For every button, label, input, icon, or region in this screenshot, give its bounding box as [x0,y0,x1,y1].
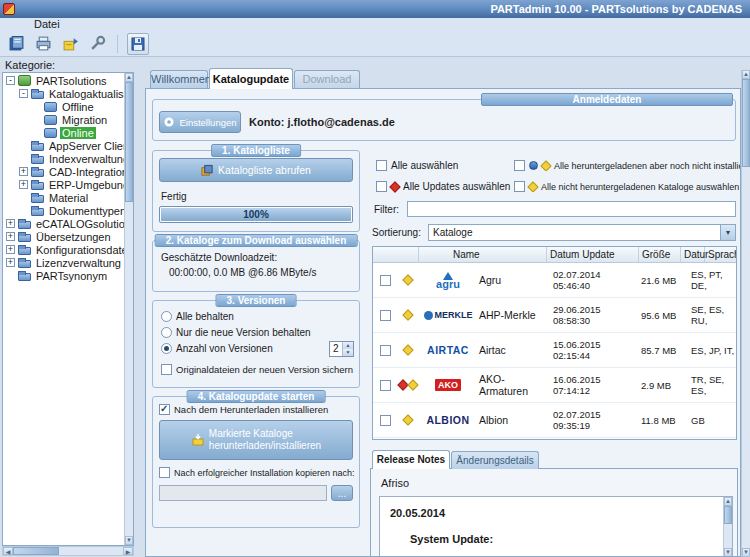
package-install-button[interactable] [59,33,81,55]
checkbox-originaldateien[interactable]: Originaldateien der neuen Version sicher… [161,364,353,375]
catalog-book-button[interactable] [5,33,27,55]
katalogliste-abrufen-button[interactable]: Katalogliste abrufen [159,158,353,182]
collapse-icon[interactable]: - [6,76,15,85]
main-vertical-scrollbar[interactable]: ▲ ▼ [741,70,750,557]
tab-willkommen[interactable]: Willkommen [150,70,208,88]
checkbox-icon[interactable] [376,160,387,171]
scroll-left-icon[interactable]: ◀ [3,547,13,555]
scroll-thumb[interactable] [742,79,750,167]
tree-item-konfigurationsdateien[interactable]: +Konfigurationsdateien [3,243,124,256]
checkbox-heruntergeladen-nicht-installiert[interactable]: Alle heruntergeladenen aber noch nicht i… [514,160,740,171]
scroll-track[interactable] [125,202,133,536]
herunterladen-installieren-button[interactable]: Markierte Kataloge herunterladen/install… [159,420,353,460]
kopieren-pfad-field[interactable] [159,485,327,501]
tree-item-dokumenttypen[interactable]: Dokumenttypen [3,204,124,217]
checkbox-alle-updates[interactable]: Alle Updates auswählen [376,181,510,192]
menu-datei[interactable]: Datei [28,18,66,31]
scroll-up-icon[interactable]: ▲ [742,70,750,79]
tree-item-indexverwaltung[interactable]: Indexverwaltung [3,152,124,165]
tree-item-katalogaktualisierung[interactable]: -Katalogaktualisierung [3,87,124,100]
scroll-thumb[interactable] [13,547,59,555]
expand-icon[interactable]: + [6,258,15,267]
radio-anzahl-versionen[interactable]: Anzahl von Versionen [161,343,273,354]
checkbox-icon[interactable] [159,404,170,415]
header-datum2[interactable]: Datur [681,247,705,262]
expand-icon[interactable]: + [6,219,15,228]
checkbox-icon[interactable] [161,364,172,375]
checkbox-icon[interactable] [514,160,525,171]
expand-icon[interactable]: + [19,180,28,189]
radio-icon[interactable] [161,343,172,354]
stepper-down-icon[interactable]: ▼ [342,349,353,356]
header-datum-update[interactable]: Datum Update [547,247,639,262]
sortierung-select[interactable]: Kataloge ▼ [428,224,736,241]
row-checkbox[interactable] [380,380,391,391]
expand-icon[interactable]: + [6,232,15,241]
tab-katalogupdate[interactable]: Katalogupdate [209,68,293,89]
printer-button[interactable] [32,33,54,55]
catalog-row-ahp-merkle[interactable]: MERKLEAHP-Merkle29.06.2015 08:58:3095.6 … [373,298,736,333]
tree-vertical-scrollbar[interactable]: ▲ ▼ [124,73,133,545]
catalog-row-agru[interactable]: agruAgru02.07.2014 05:46:4021.6 MBES, PT… [373,263,736,298]
filter-input[interactable] [407,201,736,217]
header-sprache[interactable]: Sprache [705,247,737,262]
scroll-right-icon[interactable]: ▶ [123,547,133,555]
tree-item-offline[interactable]: Offline [3,100,124,113]
versionen-anzahl-stepper[interactable]: 2 ▲ ▼ [329,341,354,357]
scroll-down-icon[interactable]: ▼ [125,536,133,545]
catalog-row-airtac[interactable]: AIRTACAirtac15.06.2015 02:15:4485.7 MBES… [373,333,736,368]
tree-item-partsynonym[interactable]: PARTsynonym [3,269,124,282]
scroll-track[interactable] [742,167,750,548]
scroll-thumb[interactable] [724,506,732,524]
radio-icon[interactable] [161,311,172,322]
notes-vertical-scrollbar[interactable]: ▲ ▼ [723,497,732,557]
scroll-thumb[interactable] [125,82,133,202]
checkbox-icon[interactable] [159,467,170,478]
scroll-track[interactable] [724,524,732,548]
collapse-icon[interactable]: - [19,89,28,98]
tree-item--bersetzungen[interactable]: +Übersetzungen [3,230,124,243]
row-checkbox[interactable] [380,345,391,356]
catalog-row-ako-armaturen[interactable]: AKOAKO-Armaturen16.06.2015 07:14:122.9 M… [373,368,736,403]
header-name[interactable]: Name [419,247,547,262]
expand-icon[interactable]: + [6,245,15,254]
header-groesse[interactable]: Größe [639,247,681,262]
tab-aenderungsdetails[interactable]: Änderungsdetails [451,451,539,469]
catalog-row-albion[interactable]: ALBIONAlbion02.07.2015 09:35:1911.8 MBGB [373,403,736,438]
checkbox-icon[interactable] [514,181,525,192]
tree-item-partsolutions[interactable]: -PARTsolutions [3,74,124,87]
row-checkbox[interactable] [380,310,391,321]
titlebar[interactable]: PARTadmin 10.00 - PARTsolutions by CADEN… [0,0,750,18]
tree-item-lizenzverwaltung[interactable]: +Lizenzverwaltung [3,256,124,269]
checkbox-icon[interactable] [376,181,387,192]
scroll-up-icon[interactable]: ▲ [125,73,133,82]
radio-icon[interactable] [161,327,172,338]
chevron-down-icon[interactable]: ▼ [720,225,735,240]
checkbox-kopieren-nach[interactable]: Nach erfolgreicher Installation kopieren… [159,467,355,478]
expand-icon[interactable]: + [19,167,28,176]
tree-item-online[interactable]: Online [3,126,124,139]
tree-item-ecatalogsolutions[interactable]: +eCATALOGsolutions [3,217,124,230]
tree-item-erp-umgebung[interactable]: +ERP-Umgebung [3,178,124,191]
tools-button[interactable] [86,33,108,55]
stepper-up-icon[interactable]: ▲ [342,342,353,349]
tree-item-appserver-client[interactable]: AppServer Client [3,139,124,152]
save-button[interactable] [127,33,149,55]
radio-neue-version[interactable]: Nur die neue Version behalten [161,327,311,338]
scroll-track[interactable] [59,547,123,555]
tab-release-notes[interactable]: Release Notes [372,450,450,469]
checkbox-alle-auswaehlen[interactable]: Alle auswählen [376,160,458,171]
radio-alle-behalten[interactable]: Alle behalten [161,311,234,322]
tab-download[interactable]: Download [294,70,360,88]
scroll-down-icon[interactable]: ▼ [742,548,750,557]
scroll-up-icon[interactable]: ▲ [724,497,732,506]
checkbox-nicht-heruntergeladen[interactable]: Alle nicht heruntergeladenen Kataloge au… [514,181,740,192]
row-checkbox[interactable] [380,415,391,426]
tree-item-migration[interactable]: Migration [3,113,124,126]
scroll-down-icon[interactable]: ▼ [724,548,732,557]
browse-button[interactable]: ... [331,485,353,501]
einstellungen-button[interactable]: Einstellungen [159,111,241,133]
checkbox-installieren[interactable]: Nach dem Herunterladen installieren [159,404,328,415]
tree-item-material[interactable]: Material [3,191,124,204]
row-checkbox[interactable] [380,275,391,286]
